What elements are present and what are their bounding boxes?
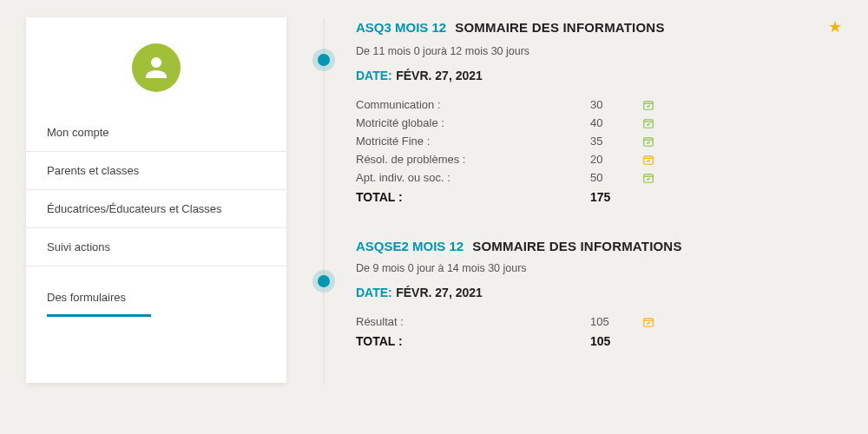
score-value: 105	[590, 315, 642, 328]
score-row: Motricité globale : 40	[356, 114, 720, 132]
timeline-line	[323, 17, 325, 383]
timeline-dot	[318, 275, 330, 287]
score-value: 35	[590, 135, 642, 148]
calendar-check-icon	[642, 316, 656, 328]
score-value: 20	[590, 153, 642, 166]
timeline-dot	[318, 54, 330, 66]
entry-title-main: ASQ3 MOIS 12	[356, 20, 446, 35]
total-row: TOTAL : 175	[356, 187, 720, 204]
scores-table: Résultat : 105 TOTAL : 105	[356, 312, 720, 348]
sidebar-item-account[interactable]: Mon compte	[26, 114, 286, 152]
total-label: TOTAL :	[356, 334, 590, 348]
calendar-check-icon	[642, 135, 656, 148]
entry-title-main: ASQSE2 MOIS 12	[356, 239, 464, 253]
total-row: TOTAL : 105	[356, 331, 720, 348]
star-icon[interactable]: ★	[828, 17, 842, 36]
entry-date-value: FÉVR. 27, 2021	[396, 286, 483, 299]
timeline-entry: ASQSE2 MOIS 12 SOMMAIRE DES INFORMATIONS…	[356, 239, 842, 348]
person-icon	[141, 52, 172, 83]
score-label: Résol. de problèmes :	[356, 153, 590, 166]
entry-title-sub: SOMMAIRE DES INFORMATIONS	[472, 239, 681, 253]
timeline-entry: ASQ3 MOIS 12 SOMMAIRE DES INFORMATIONS ★…	[356, 17, 842, 204]
score-label: Résultat :	[356, 315, 590, 328]
score-row: Résultat : 105	[356, 312, 720, 331]
score-label: Communication :	[356, 98, 590, 111]
calendar-check-icon	[642, 117, 656, 129]
svg-rect-4	[644, 155, 654, 163]
total-value: 175	[590, 190, 642, 204]
sidebar-item-parents[interactable]: Parents et classes	[26, 152, 286, 190]
score-row: Résol. de problèmes : 20	[356, 150, 720, 168]
calendar-check-icon	[642, 99, 656, 111]
score-label: Motricité globale :	[356, 116, 590, 129]
sidebar-item-forms[interactable]: Des formulaires	[47, 279, 151, 317]
entry-date-value: FÉVR. 27, 2021	[396, 69, 483, 82]
svg-rect-3	[644, 137, 654, 145]
score-value: 40	[590, 116, 642, 129]
entry-header: ASQ3 MOIS 12 SOMMAIRE DES INFORMATIONS ★	[356, 17, 842, 36]
entry-date: DATE: FÉVR. 27, 2021	[356, 68, 842, 83]
entry-header: ASQSE2 MOIS 12 SOMMAIRE DES INFORMATIONS	[356, 239, 842, 253]
entry-date-label: DATE:	[356, 286, 392, 299]
calendar-check-icon	[642, 172, 656, 184]
main-content: ASQ3 MOIS 12 SOMMAIRE DES INFORMATIONS ★…	[312, 17, 842, 383]
scores-table: Communication : 30 Motricité globale : 4…	[356, 95, 720, 204]
total-value: 105	[590, 334, 642, 348]
avatar	[132, 43, 181, 92]
sidebar: Mon compte Parents et classes Éducatrice…	[26, 17, 286, 383]
score-label: Apt. indiv. ou soc. :	[356, 171, 590, 184]
total-label: TOTAL :	[356, 190, 590, 204]
calendar-check-icon	[642, 154, 656, 166]
svg-rect-6	[644, 318, 654, 326]
sidebar-item-educators[interactable]: Éducatrices/Éducateurs et Classes	[26, 190, 286, 228]
entry-date: DATE: FÉVR. 27, 2021	[356, 285, 842, 300]
entry-title-sub: SOMMAIRE DES INFORMATIONS	[455, 20, 664, 35]
entry-date-label: DATE:	[356, 69, 392, 82]
score-label: Motricité Fine :	[356, 135, 590, 148]
svg-rect-5	[644, 174, 654, 181]
score-row: Apt. indiv. ou soc. : 50	[356, 168, 720, 187]
svg-rect-2	[644, 119, 654, 127]
score-row: Communication : 30	[356, 95, 720, 114]
score-value: 50	[590, 171, 642, 184]
svg-rect-1	[644, 101, 654, 108]
svg-point-0	[151, 57, 161, 68]
score-row: Motricité Fine : 35	[356, 132, 720, 150]
sidebar-item-forms-wrap: Des formulaires	[26, 266, 286, 317]
sidebar-item-actions[interactable]: Suivi actions	[26, 228, 286, 266]
avatar-container	[26, 43, 286, 92]
score-value: 30	[590, 98, 642, 111]
entry-age-range: De 11 mois 0 jourà 12 mois 30 jours	[356, 45, 842, 57]
entry-age-range: De 9 mois 0 jour à 14 mois 30 jours	[356, 262, 842, 274]
